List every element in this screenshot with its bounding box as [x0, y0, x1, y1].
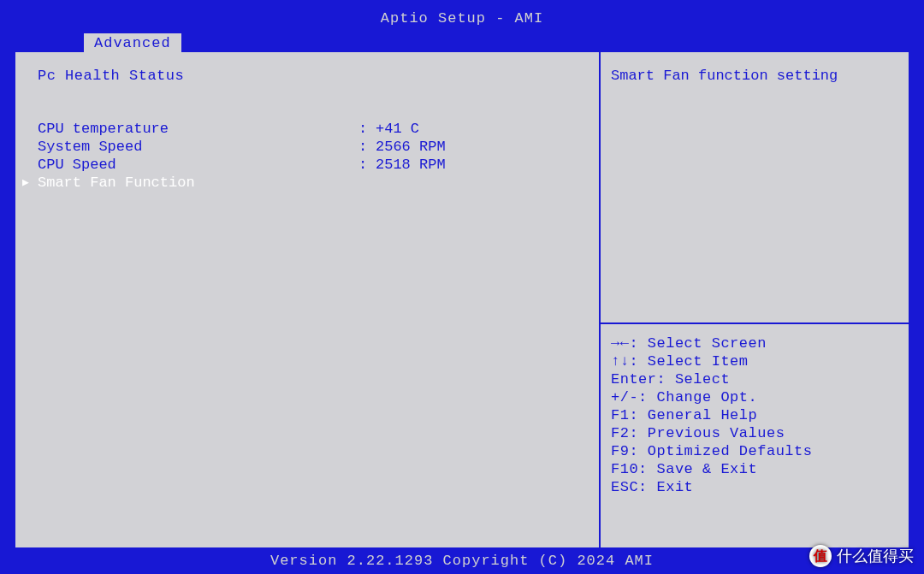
separator: : — [358, 156, 376, 174]
key-esc: ESC: Exit — [611, 478, 898, 496]
title-bar: Aptio Setup - AMI — [14, 9, 910, 33]
keys-panel: →←: Select Screen ↑↓: Select Item Enter:… — [601, 324, 909, 547]
tab-row: Advanced — [82, 33, 910, 52]
item-label: CPU Speed — [38, 156, 358, 174]
item-system-speed: System Speed : 2566 RPM — [15, 138, 599, 156]
key-previous-values: F2: Previous Values — [611, 424, 898, 442]
watermark: 值 什么值得买 — [809, 545, 914, 567]
item-label: System Speed — [38, 138, 358, 156]
item-value: 2518 RPM — [376, 156, 599, 174]
watermark-badge-icon: 值 — [809, 545, 832, 567]
help-text: Smart Fan function setting — [611, 68, 898, 84]
watermark-text: 什么值得买 — [837, 546, 914, 566]
panels: Pc Health Status CPU temperature : +41 C… — [14, 50, 910, 549]
key-optimized-defaults: F9: Optimized Defaults — [611, 442, 898, 460]
item-cpu-temp: CPU temperature : +41 C — [15, 120, 599, 138]
key-enter: Enter: Select — [611, 370, 898, 388]
main-panel: Pc Health Status CPU temperature : +41 C… — [15, 52, 601, 547]
submenu-smart-fan[interactable]: ▶ Smart Fan Function — [15, 174, 599, 192]
key-select-screen: →←: Select Screen — [611, 334, 898, 352]
item-label: CPU temperature — [38, 120, 358, 138]
bios-screen: Aptio Setup - AMI Advanced Pc Health Sta… — [0, 0, 924, 574]
key-change-opt: +/-: Change Opt. — [611, 388, 898, 406]
item-value: 2566 RPM — [376, 138, 599, 156]
footer-version: Version 2.22.1293 Copyright (C) 2024 AMI — [14, 549, 910, 569]
separator: : — [358, 120, 376, 138]
item-cpu-speed: CPU Speed : 2518 RPM — [15, 156, 599, 174]
submenu-label: Smart Fan Function — [38, 174, 195, 192]
key-save-exit: F10: Save & Exit — [611, 460, 898, 478]
submenu-arrow-icon: ▶ — [22, 174, 38, 192]
separator: : — [358, 138, 376, 156]
right-column: Smart Fan function setting →←: Select Sc… — [601, 52, 909, 547]
help-panel: Smart Fan function setting — [601, 52, 909, 324]
tab-advanced[interactable]: Advanced — [82, 33, 183, 53]
key-select-item: ↑↓: Select Item — [611, 352, 898, 370]
item-value: +41 C — [376, 120, 599, 138]
key-general-help: F1: General Help — [611, 406, 898, 424]
section-title: Pc Health Status — [15, 68, 599, 84]
